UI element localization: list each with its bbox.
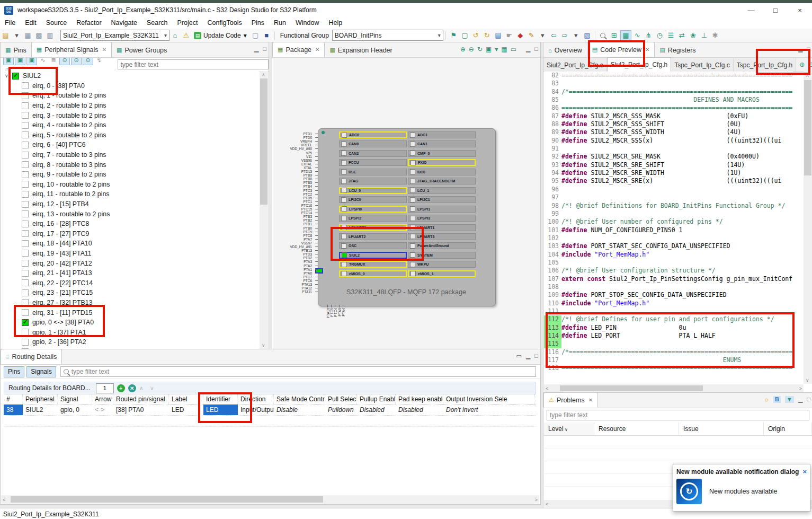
settings-button[interactable]: ✱ xyxy=(710,31,720,40)
comment-icon[interactable]: ▭ xyxy=(511,46,516,53)
cell-pad-keep-enable[interactable]: Disabled xyxy=(396,404,443,415)
update-code-button[interactable]: ▤Update Code▾ xyxy=(194,32,248,39)
minimize-button[interactable]: — xyxy=(739,3,763,17)
column-header-pad-keep-enable[interactable]: Pad keep enable xyxy=(396,394,443,404)
export-doc-button[interactable]: ▤ xyxy=(493,31,503,40)
peripheral-block-can0[interactable]: CAN0 xyxy=(339,140,407,147)
maximize-panel-icon[interactable]: □ xyxy=(534,46,538,52)
column-header-identifier[interactable]: Identifier xyxy=(203,394,238,404)
column-header-level[interactable]: Level ∨ xyxy=(544,423,594,435)
tab-problems[interactable]: ⚠Problems✕ xyxy=(543,392,598,408)
menu-window[interactable]: Window xyxy=(291,19,324,27)
tab-package[interactable]: ▦Package✕ xyxy=(272,42,325,57)
scroll-down-icon[interactable]: ∨ xyxy=(806,377,809,383)
close-icon[interactable]: ✕ xyxy=(102,47,106,52)
menu-navigate[interactable]: Navigate xyxy=(106,19,142,27)
tree-item-checkbox[interactable] xyxy=(22,299,29,306)
delete-route-button[interactable]: ✕ xyxy=(128,384,136,392)
peripheral-block-i3c0[interactable]: I3C0 xyxy=(408,169,476,175)
list-button[interactable]: ☰ xyxy=(666,31,676,40)
peripheral-block-cmp-0[interactable]: CMP_0 xyxy=(408,150,476,157)
siul2-checkbox[interactable] xyxy=(12,73,19,80)
peripheral-block-emios-0[interactable]: eMIOS_0 xyxy=(339,270,407,277)
nav-dropdown-icon[interactable]: ▾ xyxy=(571,31,581,40)
minimize-panel-icon[interactable]: ▁ xyxy=(254,46,258,52)
pins-filter-input[interactable] xyxy=(118,59,269,69)
peripheral-block-lpspi3[interactable]: LPSPI3 xyxy=(408,215,476,222)
column-header-label[interactable]: Label xyxy=(169,394,203,404)
redo-button[interactable]: ↻ xyxy=(482,31,492,40)
file-tab-siul2-port-ip-cfg-c[interactable]: Siul2_Port_Ip_Cfg.c xyxy=(543,58,607,72)
tree-item-siul2[interactable]: ∨SIUL2 xyxy=(1,71,259,81)
sync-button[interactable]: ⇄ xyxy=(677,31,687,40)
column-header-safe-mode-control[interactable]: Safe Mode Control xyxy=(274,394,325,404)
maximize-panel-icon[interactable]: □ xyxy=(807,396,810,403)
package-button[interactable]: ❀ xyxy=(688,31,698,40)
chip-view-button[interactable]: ▦ xyxy=(620,30,631,41)
tree-item-checkbox[interactable] xyxy=(22,221,29,227)
cell-signal[interactable]: gpio, 0 xyxy=(58,404,92,415)
touch-button[interactable]: ☛ xyxy=(504,31,514,40)
tree-item-eirq-17[interactable]: eirq, 17 - [27] PTC9 xyxy=(1,229,259,239)
problems-filter-input[interactable]: type filter text xyxy=(547,410,809,420)
tree-item-checkbox[interactable] xyxy=(22,191,29,198)
tree-item-checkbox[interactable] xyxy=(22,230,29,237)
warning-icon[interactable]: ⚠ xyxy=(181,31,191,40)
maximize-panel-icon[interactable]: □ xyxy=(263,46,266,52)
tab-peripheral-signals[interactable]: ▦Peripheral Signals✕ xyxy=(31,42,112,57)
save-all-button[interactable]: ▩ xyxy=(34,31,44,40)
peripheral-block-lpuart2[interactable]: LPUART2 xyxy=(339,233,407,240)
tree-item-eirq-0[interactable]: eirq, 0 - [38] PTA0 xyxy=(1,81,259,91)
peripheral-block-lpi2c0[interactable]: LPI2C0 xyxy=(339,196,407,203)
tree-item-checkbox[interactable] xyxy=(22,161,29,168)
code-scroll-thumb[interactable] xyxy=(804,80,811,175)
download-button[interactable]: ⊥ xyxy=(699,31,709,40)
scroll-up-icon[interactable]: ∧ xyxy=(806,73,809,78)
cell-[interactable]: 38 xyxy=(4,404,23,415)
peripheral-block-adc0[interactable]: ADC0 xyxy=(339,131,407,138)
tree-item-eirq-1[interactable]: eirq, 1 - routable to 2 pins xyxy=(1,91,259,101)
scroll-right-icon[interactable]: > xyxy=(799,386,802,391)
tab-code-preview[interactable]: ▤Code Preview✕ xyxy=(587,42,655,57)
file-tab-siul2-port-ip-cfg-h[interactable]: Siul2_Port_Ip_Cfg.h xyxy=(607,57,671,72)
pins-toggle-button[interactable]: Pins xyxy=(4,366,24,377)
signals-toggle-button[interactable]: Signals xyxy=(26,366,56,377)
tree-item-eirq-5[interactable]: eirq, 5 - routable to 2 pins xyxy=(1,130,259,140)
tab-registers[interactable]: ▤Registers xyxy=(655,43,700,57)
menu-source[interactable]: Source xyxy=(41,19,72,27)
tree-item-checkbox[interactable] xyxy=(22,152,29,159)
tree-item-checkbox[interactable] xyxy=(22,201,29,208)
column-header-origin[interactable]: Origin xyxy=(764,423,812,435)
tree-item-eirq-12[interactable]: eirq, 12 - [15] PTB4 xyxy=(1,199,259,209)
new-dropdown-icon[interactable]: ▾ xyxy=(12,31,22,40)
tree-item-gpio-1[interactable]: gpio, 1 - [37] PTA1 xyxy=(1,327,259,337)
peripheral-block-emios-1[interactable]: eMIOS_1 xyxy=(408,270,476,277)
peripheral-block-system[interactable]: SYSTEM xyxy=(408,252,476,259)
peripheral-block-can2[interactable]: CAN2 xyxy=(339,150,407,157)
tab-routing-details[interactable]: ≡Routing Details xyxy=(1,349,62,364)
card-button[interactable]: ▢ xyxy=(460,31,470,40)
tree-item-eirq-10[interactable]: eirq, 10 - routable to 2 pins xyxy=(1,180,259,190)
scroll-right-icon[interactable]: > xyxy=(535,497,538,503)
peripheral-block-jtag[interactable]: JTAG xyxy=(339,178,407,184)
column-header-resource[interactable]: Resource xyxy=(594,423,679,435)
tree-item-eirq-2[interactable]: eirq, 2 - routable to 2 pins xyxy=(1,101,259,111)
peripherals-button[interactable]: ■ xyxy=(262,31,272,40)
tree-item-checkbox[interactable] xyxy=(22,279,29,286)
tree-item-checkbox[interactable] xyxy=(22,131,29,138)
maximize-panel-icon[interactable]: □ xyxy=(807,46,810,52)
tree-item-checkbox[interactable] xyxy=(22,92,29,99)
minimize-panel-icon[interactable]: ▁ xyxy=(798,46,802,52)
column-header-output-inversion-sele[interactable]: Output Inversion Sele xyxy=(443,394,534,404)
close-icon[interactable]: ✕ xyxy=(645,47,649,52)
menu-configtools[interactable]: ConfigTools xyxy=(202,19,246,27)
tree-item-checkbox[interactable] xyxy=(22,339,29,346)
tree-item-checkbox[interactable] xyxy=(22,122,29,129)
file-tab-tspc-port-ip-cfg-c[interactable]: Tspc_Port_Ip_Cfg.c xyxy=(671,58,734,72)
minimize-panel-icon[interactable]: ▁ xyxy=(798,396,802,403)
tree-item-checkbox[interactable] xyxy=(22,240,29,247)
tree-item-eirq-22[interactable]: eirq, 22 - [22] PTC14 xyxy=(1,278,259,288)
peripheral-block-lcu-1[interactable]: LCU_1 xyxy=(408,187,476,194)
close-icon[interactable]: ✕ xyxy=(315,47,319,52)
tree-item-eirq-18[interactable]: eirq, 18 - [44] PTA10 xyxy=(1,239,259,249)
